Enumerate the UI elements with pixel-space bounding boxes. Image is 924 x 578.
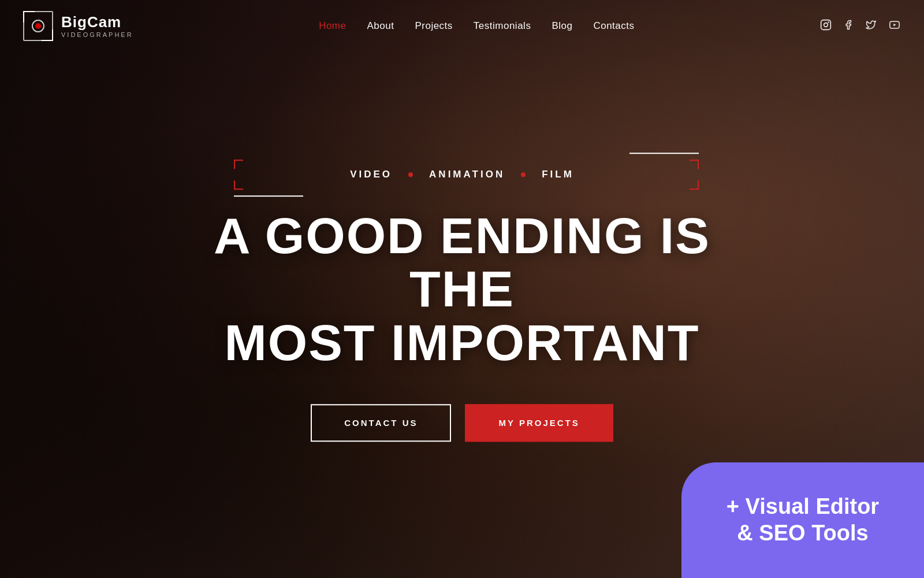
headline-line2: MOST IMPORTANT bbox=[202, 316, 722, 369]
tag-animation: ANIMATION bbox=[429, 169, 505, 180]
logo-name: BigCam bbox=[61, 14, 133, 29]
logo-circle-icon bbox=[32, 20, 44, 32]
navbar: BigCam VIDEOGRAPHER Home About Projects … bbox=[0, 0, 924, 52]
nav-link-about[interactable]: About bbox=[367, 20, 394, 31]
svg-rect-0 bbox=[821, 20, 831, 29]
contact-us-button[interactable]: CONTACT US bbox=[311, 404, 451, 442]
nav-menu: Home About Projects Testimonials Blog Co… bbox=[319, 20, 634, 32]
my-projects-button[interactable]: MY PROJECTS bbox=[465, 404, 613, 442]
youtube-icon[interactable] bbox=[888, 20, 901, 33]
svg-marker-3 bbox=[893, 23, 896, 26]
headline-line1: A GOOD ENDING IS THE bbox=[202, 209, 722, 316]
twitter-icon[interactable] bbox=[865, 20, 877, 33]
nav-link-home[interactable]: Home bbox=[319, 20, 346, 31]
bracket-top-right bbox=[690, 160, 699, 169]
nav-item-testimonials[interactable]: Testimonials bbox=[474, 20, 531, 32]
hero-buttons: CONTACT US MY PROJECTS bbox=[202, 404, 722, 442]
svg-point-1 bbox=[824, 23, 828, 27]
nav-item-home[interactable]: Home bbox=[319, 20, 346, 32]
badge-text: + Visual Editor& SEO Tools bbox=[709, 482, 896, 558]
instagram-icon[interactable] bbox=[820, 19, 832, 34]
tag-separator-2 bbox=[521, 172, 526, 177]
bracket-top-left bbox=[234, 160, 243, 169]
logo-text: BigCam VIDEOGRAPHER bbox=[61, 14, 133, 38]
logo[interactable]: BigCam VIDEOGRAPHER bbox=[23, 11, 133, 41]
tag-film: FILM bbox=[542, 169, 574, 180]
tag-video: VIDEO bbox=[350, 169, 392, 180]
hero-tags: VIDEO ANIMATION FILM bbox=[202, 169, 722, 180]
line-under-video bbox=[234, 195, 303, 197]
nav-link-projects[interactable]: Projects bbox=[415, 20, 452, 31]
nav-item-about[interactable]: About bbox=[367, 20, 394, 32]
nav-link-contacts[interactable]: Contacts bbox=[593, 20, 634, 31]
nav-link-blog[interactable]: Blog bbox=[552, 20, 572, 31]
logo-icon bbox=[23, 11, 53, 41]
badge-corner[interactable]: + Visual Editor& SEO Tools bbox=[681, 462, 924, 578]
line-above-film bbox=[629, 153, 699, 154]
nav-item-contacts[interactable]: Contacts bbox=[593, 20, 634, 32]
bracket-bottom-left bbox=[234, 180, 243, 190]
hero-content: VIDEO ANIMATION FILM A GOOD ENDING IS TH… bbox=[202, 169, 722, 442]
hero-headline: A GOOD ENDING IS THE MOST IMPORTANT bbox=[202, 209, 722, 369]
facebook-icon[interactable] bbox=[843, 19, 854, 34]
nav-item-projects[interactable]: Projects bbox=[415, 20, 452, 32]
bracket-bottom-right bbox=[690, 180, 699, 190]
tag-separator-1 bbox=[408, 172, 413, 177]
social-links bbox=[820, 19, 901, 34]
logo-subtitle: VIDEOGRAPHER bbox=[61, 31, 133, 38]
nav-link-testimonials[interactable]: Testimonials bbox=[474, 20, 531, 31]
svg-point-2 bbox=[828, 21, 829, 23]
nav-item-blog[interactable]: Blog bbox=[552, 20, 572, 32]
